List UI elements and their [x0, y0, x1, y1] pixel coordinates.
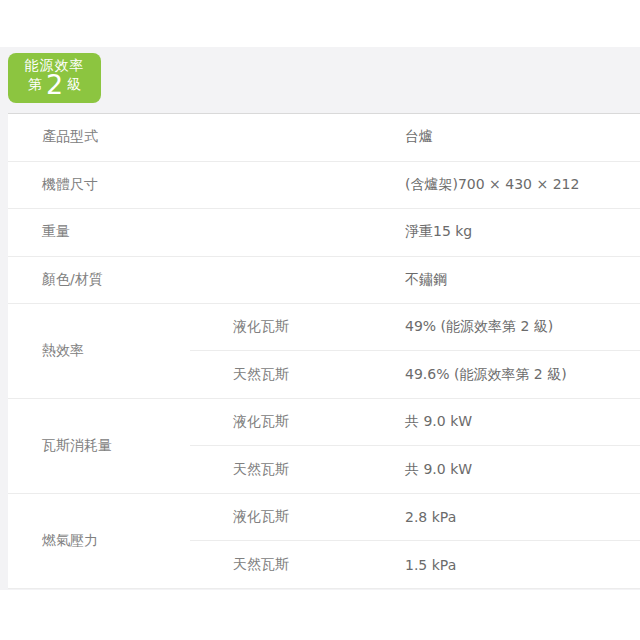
badge-level: 第 2 級: [8, 71, 101, 98]
sub-label: 天然瓦斯: [190, 366, 405, 384]
row-label: 產品型式: [8, 128, 405, 146]
table-group-gas-pressure: 燃氣壓力 液化瓦斯 2.8 kPa 天然瓦斯 1.5 kPa: [8, 494, 640, 589]
badge-level-prefix: 第: [28, 77, 42, 92]
row-value: 台爐: [405, 128, 640, 146]
group-label: 燃氣壓力: [8, 494, 190, 588]
row-value: 不鏽鋼: [405, 271, 640, 289]
energy-efficiency-badge: 能源效率 第 2 級: [8, 53, 101, 103]
sub-row-natural-gas: 天然瓦斯 49.6% (能源效率第 2 級): [190, 351, 640, 398]
spec-table: 產品型式 台爐 機體尺寸 (含爐架)700 × 430 × 212 重量 淨重1…: [8, 113, 640, 588]
table-row-dimensions: 機體尺寸 (含爐架)700 × 430 × 212: [8, 162, 640, 210]
table-group-thermal-efficiency: 熱效率 液化瓦斯 49% (能源效率第 2 級) 天然瓦斯 49.6% (能源效…: [8, 304, 640, 399]
sub-row-lpg: 液化瓦斯 共 9.0 kW: [190, 399, 640, 446]
table-group-gas-consumption: 瓦斯消耗量 液化瓦斯 共 9.0 kW 天然瓦斯 共 9.0 kW: [8, 399, 640, 494]
sub-label: 液化瓦斯: [190, 318, 405, 336]
sub-label: 液化瓦斯: [190, 413, 405, 431]
sub-label: 天然瓦斯: [190, 461, 405, 479]
table-row-product-type: 產品型式 台爐: [8, 114, 640, 162]
table-row-weight: 重量 淨重15 kg: [8, 209, 640, 257]
row-label: 顏色/材質: [8, 271, 405, 289]
sub-row-natural-gas: 天然瓦斯 共 9.0 kW: [190, 446, 640, 493]
sub-row-lpg: 液化瓦斯 49% (能源效率第 2 級): [190, 304, 640, 351]
group-label: 熱效率: [8, 304, 190, 398]
sub-label: 天然瓦斯: [190, 556, 405, 574]
sub-value: 1.5 kPa: [405, 557, 640, 573]
group-subrows: 液化瓦斯 49% (能源效率第 2 級) 天然瓦斯 49.6% (能源效率第 2…: [190, 304, 640, 398]
group-subrows: 液化瓦斯 2.8 kPa 天然瓦斯 1.5 kPa: [190, 494, 640, 588]
group-subrows: 液化瓦斯 共 9.0 kW 天然瓦斯 共 9.0 kW: [190, 399, 640, 493]
product-spec-page: 能源效率 第 2 級 產品型式 台爐 機體尺寸 (含爐架)700 × 430 ×…: [0, 0, 640, 640]
group-label: 瓦斯消耗量: [8, 399, 190, 493]
sub-value: 共 9.0 kW: [405, 413, 640, 431]
sub-row-lpg: 液化瓦斯 2.8 kPa: [190, 494, 640, 541]
row-value: 淨重15 kg: [405, 223, 640, 241]
sub-label: 液化瓦斯: [190, 508, 405, 526]
badge-level-suffix: 級: [67, 77, 81, 92]
row-label: 機體尺寸: [8, 176, 405, 194]
sub-value: 49.6% (能源效率第 2 級): [405, 366, 640, 384]
row-label: 重量: [8, 223, 405, 241]
sub-value: 2.8 kPa: [405, 509, 640, 525]
sub-value: 49% (能源效率第 2 級): [405, 318, 640, 336]
badge-level-number: 2: [46, 71, 63, 98]
table-row-color-material: 顏色/材質 不鏽鋼: [8, 257, 640, 305]
sub-value: 共 9.0 kW: [405, 461, 640, 479]
sub-row-natural-gas: 天然瓦斯 1.5 kPa: [190, 541, 640, 588]
row-value: (含爐架)700 × 430 × 212: [405, 176, 640, 194]
